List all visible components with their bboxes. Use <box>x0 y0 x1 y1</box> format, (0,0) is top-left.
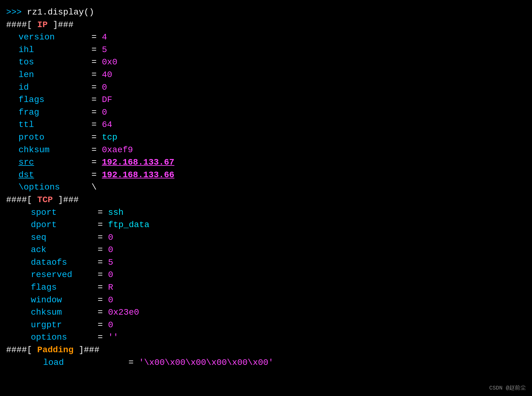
ip-flags-field: flags <box>18 94 86 106</box>
ip-flags-eq: = <box>86 94 102 106</box>
tcp-reserved-value: 0 <box>108 269 113 281</box>
padding-section-header: ####[ Padding ]### <box>6 344 526 357</box>
tcp-urgptr-field: urgptr <box>31 319 92 332</box>
ip-ihl-line: ihl = 5 <box>6 44 526 56</box>
tcp-options-value: '' <box>108 331 118 344</box>
tcp-flags-eq: = <box>92 281 108 294</box>
ip-ttl-value: 64 <box>102 119 112 131</box>
tcp-window-field: window <box>31 294 92 307</box>
tcp-dataofs-field: dataofs <box>31 256 92 269</box>
ip-src-line: src = 192.168.133.67 <box>6 156 526 169</box>
ip-section-header: ####[ IP ]### <box>6 19 526 31</box>
command-line: >>> rz1.display() <box>6 6 526 19</box>
ip-len-value: 40 <box>102 69 112 81</box>
tcp-reserved-field: reserved <box>31 269 92 281</box>
tcp-flags-field: flags <box>31 281 92 294</box>
ip-src-eq: = <box>86 156 102 169</box>
tcp-ack-eq: = <box>92 244 108 256</box>
ip-id-eq: = <box>86 81 102 94</box>
tcp-ack-value: 0 <box>108 244 113 256</box>
ip-proto-value: tcp <box>102 131 117 144</box>
tcp-window-eq: = <box>92 294 108 307</box>
ip-dst-line: dst = 192.168.133.66 <box>6 169 526 182</box>
padding-header-prefix: ####[ <box>6 344 37 357</box>
tcp-reserved-line: reserved = 0 <box>6 269 526 281</box>
tcp-seq-eq: = <box>92 231 108 244</box>
padding-label: Padding <box>37 344 74 357</box>
ip-chksum-field: chksum <box>18 144 86 157</box>
tcp-chksum-value: 0x23e0 <box>108 306 139 319</box>
tcp-window-line: window = 0 <box>6 294 526 307</box>
ip-tos-line: tos = 0x0 <box>6 56 526 69</box>
ip-len-line: len = 40 <box>6 69 526 81</box>
terminal-output: >>> rz1.display() ####[ IP ]### version … <box>0 3 532 372</box>
tcp-options-eq: = <box>92 331 108 344</box>
padding-load-field: load <box>43 357 123 369</box>
tcp-ack-field: ack <box>31 244 92 256</box>
prompt: >>> <box>6 6 27 19</box>
ip-flags-value: DF <box>102 94 112 106</box>
ip-id-field: id <box>18 81 86 94</box>
ip-options-backslash: \ <box>86 181 97 194</box>
tcp-dataofs-value: 5 <box>108 256 113 269</box>
ip-version-line: version = 4 <box>6 31 526 44</box>
ip-version-eq: = <box>86 31 102 44</box>
tcp-sport-field: sport <box>31 206 92 219</box>
ip-frag-eq: = <box>86 106 102 119</box>
ip-len-field: len <box>18 69 86 81</box>
ip-ttl-eq: = <box>86 119 102 131</box>
tcp-dport-line: dport = ftp_data <box>6 219 526 231</box>
tcp-urgptr-eq: = <box>92 319 108 332</box>
tcp-window-value: 0 <box>108 294 113 307</box>
tcp-seq-value: 0 <box>108 231 113 244</box>
ip-tos-field: tos <box>18 56 86 69</box>
tcp-seq-line: seq = 0 <box>6 231 526 244</box>
tcp-dport-value: ftp_data <box>108 219 149 231</box>
ip-version-field: version <box>18 31 86 44</box>
ip-flags-line: flags = DF <box>6 94 526 106</box>
ip-tos-eq: = <box>86 56 102 69</box>
tcp-flags-value: R <box>108 281 113 294</box>
tcp-reserved-eq: = <box>92 269 108 281</box>
ip-header-prefix: ####[ <box>6 19 37 31</box>
padding-load-line: load = '\x00\x00\x00\x00\x00\x00' <box>6 357 526 369</box>
ip-id-value: 0 <box>102 81 107 94</box>
ip-chksum-line: chksum = 0xaef9 <box>6 144 526 157</box>
tcp-urgptr-line: urgptr = 0 <box>6 319 526 332</box>
ip-frag-line: frag = 0 <box>6 106 526 119</box>
tcp-dataofs-eq: = <box>92 256 108 269</box>
tcp-sport-eq: = <box>92 206 108 219</box>
tcp-dport-eq: = <box>92 219 108 231</box>
tcp-options-field: options <box>31 331 92 344</box>
tcp-header-suffix: ]### <box>53 194 79 206</box>
ip-version-value: 4 <box>102 31 107 44</box>
tcp-flags-line: flags = R <box>6 281 526 294</box>
ip-label: IP <box>37 19 48 31</box>
tcp-section-header: ####[ TCP ]### <box>6 194 526 206</box>
ip-dst-value: 192.168.133.66 <box>102 169 174 182</box>
ip-options-line: \options \ <box>6 181 526 194</box>
ip-chksum-value: 0xaef9 <box>102 144 133 157</box>
padding-load-value: '\x00\x00\x00\x00\x00\x00' <box>139 357 273 369</box>
ip-proto-line: proto = tcp <box>6 131 526 144</box>
ip-dst-field: dst <box>18 169 86 182</box>
ip-options-field: \options <box>18 181 86 194</box>
padding-load-eq: = <box>123 357 139 369</box>
tcp-chksum-field: chksum <box>31 306 92 319</box>
tcp-ack-line: ack = 0 <box>6 244 526 256</box>
ip-frag-value: 0 <box>102 106 107 119</box>
padding-header-suffix: ]### <box>73 344 99 357</box>
command-text: rz1.display() <box>27 6 94 19</box>
ip-frag-field: frag <box>18 106 86 119</box>
ip-dst-eq: = <box>86 169 102 182</box>
ip-chksum-eq: = <box>86 144 102 157</box>
watermark-text: CSDN @赵前尘 <box>489 384 526 391</box>
ip-ihl-value: 5 <box>102 44 107 56</box>
ip-ihl-eq: = <box>86 44 102 56</box>
tcp-dataofs-line: dataofs = 5 <box>6 256 526 269</box>
tcp-header-prefix: ####[ <box>6 194 37 206</box>
tcp-sport-value: ssh <box>108 206 123 219</box>
tcp-label: TCP <box>37 194 53 206</box>
tcp-dport-field: dport <box>31 219 92 231</box>
ip-ihl-field: ihl <box>18 44 86 56</box>
